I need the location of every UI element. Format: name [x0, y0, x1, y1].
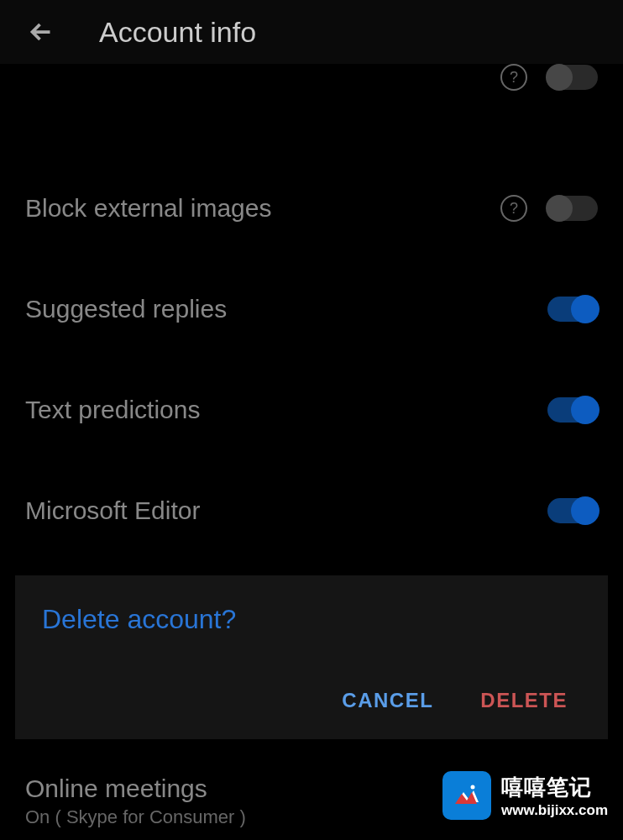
watermark-url: www.bijixx.com [501, 802, 608, 819]
page-title: Account info [99, 16, 256, 49]
setting-row-text-predictions[interactable]: Text predictions [20, 360, 603, 460]
watermark-title: 嘻嘻笔记 [501, 773, 592, 802]
page-header: Account info [0, 0, 623, 64]
setting-label: Block external images [25, 194, 271, 223]
back-button[interactable] [24, 14, 59, 50]
settings-list: ? Block external images ? Suggested repl… [0, 64, 623, 561]
setting-subtitle: On ( Skype for Consumer ) [25, 806, 246, 828]
delete-button[interactable]: DELETE [477, 682, 571, 719]
setting-row-microsoft-editor[interactable]: Microsoft Editor [20, 460, 603, 561]
dialog-button-row: CANCEL DELETE [42, 682, 581, 719]
toggle-switch[interactable] [547, 196, 598, 221]
arrow-left-icon [26, 17, 56, 47]
toggle-switch[interactable] [547, 65, 598, 90]
toggle-switch[interactable] [547, 297, 598, 322]
dialog-title: Delete account? [42, 604, 581, 635]
help-icon[interactable]: ? [500, 195, 527, 222]
setting-row-partial-top: ? [20, 64, 603, 97]
toggle-switch[interactable] [547, 498, 598, 523]
setting-label: Microsoft Editor [25, 496, 200, 525]
setting-label: Text predictions [25, 396, 200, 424]
setting-row-online-meetings[interactable]: Online meetings On ( Skype for Consumer … [25, 774, 246, 828]
setting-row-block-external-images[interactable]: Block external images ? [20, 158, 603, 259]
help-icon[interactable]: ? [500, 64, 527, 91]
toggle-switch[interactable] [547, 397, 598, 423]
cancel-button[interactable]: CANCEL [338, 682, 437, 719]
setting-label: Online meetings [25, 774, 246, 803]
watermark-logo-icon [442, 771, 491, 820]
setting-label: Suggested replies [25, 295, 227, 323]
svg-point-0 [471, 785, 475, 790]
delete-account-dialog: Delete account? CANCEL DELETE [15, 575, 608, 739]
setting-row-suggested-replies[interactable]: Suggested replies [20, 259, 603, 360]
watermark: 嘻嘻笔记 www.bijixx.com [442, 771, 608, 820]
